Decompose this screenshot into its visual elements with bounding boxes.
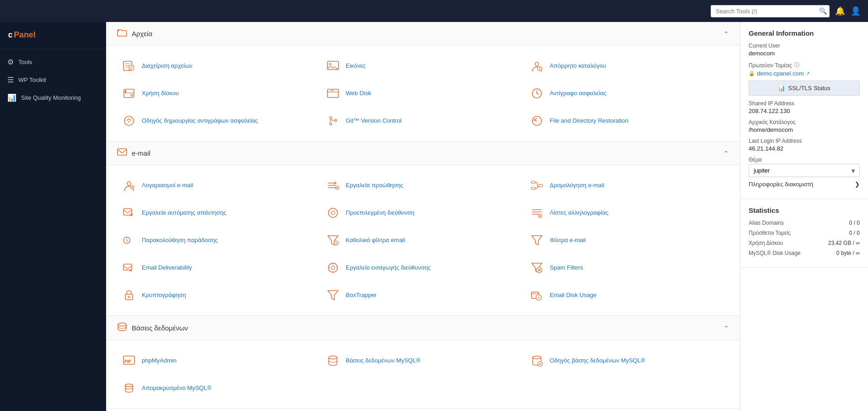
import-address-item[interactable]: Εργαλείο εισαγωγής διεύθυνσης (321, 255, 525, 281)
mysql-db-item[interactable]: Βάσεις δεδομένων MySQL® (321, 348, 525, 373)
autoresponder-item[interactable]: Εργαλεία αυτόματης απάντησης (117, 200, 321, 226)
current-user-value: democom (749, 50, 860, 57)
autoresponder-label: Εργαλεία αυτόματης απάντησης (142, 209, 226, 217)
ssl-btn-label: SSL/TLS Status (788, 85, 830, 92)
svg-point-6 (329, 63, 331, 65)
email-filters-label: Φίλτρα e-mail (550, 237, 586, 244)
deliverability-item[interactable]: Email Deliverability (117, 255, 321, 281)
svg-point-18 (330, 117, 332, 119)
primary-domain-link[interactable]: demo.cpanel.com ↗ (757, 70, 809, 77)
ssl-status-button[interactable]: 📊 SSL/TLS Status (749, 81, 860, 96)
hosting-info-row[interactable]: Πληροφορίες διακομιστή ❯ (749, 177, 860, 191)
git-item[interactable]: Git™ Version Control (321, 108, 525, 134)
section-files-title: Αρχεία (132, 30, 152, 38)
search-input[interactable] (711, 5, 830, 17)
sidebar-item-site-quality[interactable]: 📊 Site Quality Monitoring (0, 89, 106, 107)
wordpress-icon: ☰ (7, 76, 14, 84)
svg-point-30 (328, 208, 338, 217)
privacy-dir-item[interactable]: Απόρρητο καταλόγου (525, 53, 729, 79)
email-disk-usage-item[interactable]: Email Disk Usage (525, 282, 729, 308)
section-files-header[interactable]: Αρχεία ⌃ (106, 22, 740, 46)
section-files-header-left: Αρχεία (117, 28, 152, 39)
phpmyadmin-item[interactable]: PHP phpMyAdmin (117, 348, 321, 373)
spam-filters-item[interactable]: Spam Filters (525, 255, 729, 281)
sidebar-nav: ⚙ Tools ☰ WP Toolkit 📊 Site Quality Moni… (0, 49, 106, 110)
email-disk-icon (529, 287, 545, 303)
files-grid: Διαχείριση αρχείων Εικόνες (117, 53, 729, 134)
hosting-info-label: Πληροφορίες διακομιστή (749, 181, 813, 188)
search-button[interactable]: 🔍 (819, 7, 827, 15)
statistics-section: Statistics Alias Domains 0 / 0 Πρόσθετοι… (740, 199, 868, 268)
import-icon (325, 260, 341, 276)
stat-alias-domains: Alias Domains 0 / 0 (749, 220, 860, 226)
svg-rect-44 (125, 294, 133, 300)
mailing-lists-icon (529, 205, 545, 221)
remote-mysql-item[interactable]: Απομακρυσμένο MySQL® (117, 375, 321, 401)
user-button[interactable]: 👤 (851, 6, 861, 16)
default-address-item[interactable]: Προεπιλεγμένη διεύθυνση (321, 200, 525, 226)
encryption-item[interactable]: Κρυπτογράφηση (117, 282, 321, 308)
stat-mysql-disk: MySQL® Disk Usage 0 byte / ∞ (749, 250, 860, 256)
spam-icon (529, 260, 545, 276)
email-routing-item[interactable]: Δρομολόγηση e-mail (525, 173, 729, 198)
delivery-track-item[interactable]: Παρακολούθηση παράδοσης (117, 227, 321, 253)
sidebar-item-wp-label: WP Toolkit (18, 76, 46, 83)
monitor-icon: 📊 (7, 93, 16, 102)
email-filters-item[interactable]: Φίλτρα e-mail (525, 227, 729, 253)
svg-text:Panel: Panel (14, 30, 35, 39)
sidebar-item-wp-toolkit[interactable]: ☰ WP Toolkit (0, 71, 106, 89)
email-routing-label: Δρομολόγηση e-mail (550, 182, 604, 189)
web-disk-item[interactable]: Web Disk (321, 81, 525, 106)
svg-point-45 (128, 296, 130, 298)
info-icon: ⓘ (794, 61, 799, 69)
global-filters-item[interactable]: Καθολικά φίλτρα email (321, 227, 525, 253)
lock-icon: 🔒 (749, 70, 755, 76)
section-email-toggle[interactable]: ⌃ (723, 150, 729, 157)
mysql-db-label: Βάσεις δεδομένων MySQL® (346, 357, 420, 365)
file-manager-icon (121, 58, 137, 74)
privacy-dir-label: Απόρρητο καταλόγου (550, 62, 606, 70)
images-item[interactable]: Εικόνες (321, 53, 525, 79)
mysql-wizard-label: Οδηγός βάσης δεδομένων MySQL® (550, 357, 645, 365)
stat-disk-usage: Χρήση Δίσκου 23,42 GB / ∞ (749, 240, 860, 246)
encryption-label: Κρυπτογράφηση (142, 292, 186, 299)
backup-item[interactable]: Αντίγραφο ασφαλείας (525, 81, 729, 106)
mysql-wizard-icon (529, 352, 545, 369)
mysql-wizard-item[interactable]: Οδηγός βάσης δεδομένων MySQL® (525, 348, 729, 373)
content-inner: Αρχεία ⌃ Διαχείριση αρχείων (106, 22, 740, 409)
file-dir-restore-item[interactable]: File and Directory Restoration (525, 108, 729, 134)
folder-icon (117, 28, 127, 39)
forwarders-item[interactable]: Εργαλεία προώθησης (321, 173, 525, 198)
section-files-toggle[interactable]: ⌃ (723, 30, 729, 38)
boxtrapper-icon (325, 287, 341, 303)
boxtrapper-label: BoxTrapper (346, 292, 376, 299)
disk-usage-label: Χρήση δίσκου (142, 90, 179, 97)
section-files: Αρχεία ⌃ Διαχείριση αρχείων (106, 22, 740, 141)
file-manager-item[interactable]: Διαχείριση αρχείων (117, 53, 321, 79)
boxtrapper-item[interactable]: BoxTrapper (321, 282, 525, 308)
stat-addon-value: 0 / 0 (849, 230, 860, 236)
last-login-label: Last Login IP Address (749, 138, 860, 144)
email-accounts-label: Λογαριασμοί e-mail (142, 182, 193, 189)
backup-wizard-item[interactable]: Οδηγός δημιουργίας αντιγράφων ασφαλείας (117, 108, 321, 134)
database-icon (117, 322, 127, 334)
section-databases-toggle[interactable]: ⌃ (723, 324, 729, 332)
images-label: Εικόνες (346, 62, 366, 70)
svg-point-39 (331, 266, 335, 270)
sidebar-item-tools[interactable]: ⚙ Tools (0, 53, 106, 71)
section-email-body: Λογαριασμοί e-mail Εργαλεία προώθησης (106, 165, 740, 315)
encryption-icon (121, 287, 137, 303)
notifications-button[interactable]: 🔔 (835, 6, 845, 16)
theme-select[interactable]: jupiter paper_lantern (749, 164, 860, 177)
chart-icon: 📊 (778, 85, 785, 92)
mailing-lists-item[interactable]: Λίστες αλληλογραφίας (525, 200, 729, 226)
email-filters-icon (529, 232, 545, 249)
section-databases-header[interactable]: Βάσεις δεδομένων ⌃ (106, 316, 740, 341)
svg-point-52 (329, 356, 337, 359)
section-email-header[interactable]: e-mail ⌃ (106, 141, 740, 165)
disk-usage-item[interactable]: Χρήση δίσκου (117, 81, 321, 106)
last-login-value: 46.21.144.82 (749, 145, 860, 152)
email-accounts-item[interactable]: Λογαριασμοί e-mail (117, 173, 321, 198)
default-address-icon (325, 205, 341, 221)
current-user-label: Current User (749, 43, 860, 49)
